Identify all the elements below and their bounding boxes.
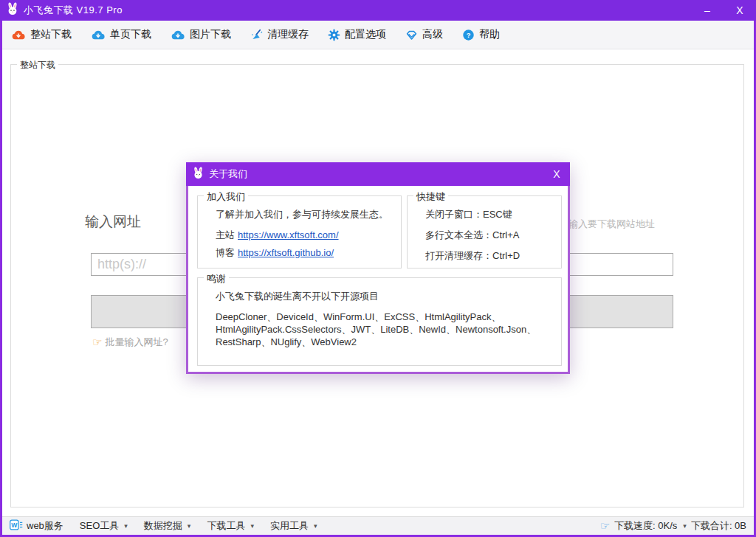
chevron-down-icon: ▾ [124,522,128,530]
toolbar-label: 高级 [422,28,443,41]
batch-url-link-label: 批量输入网址? [105,336,168,349]
minimize-button[interactable]: – [691,0,724,21]
question-icon: ? [462,29,475,41]
credits-title: 鸣谢 [204,272,229,285]
toolbar-item-image-download[interactable]: 图片下载 [171,28,231,41]
join-us-title: 加入我们 [204,190,248,204]
hotkey-item: 关闭子窗口：ESC键 [425,208,512,221]
statusbar-label: 下载工具 [207,519,245,533]
download-total: 下载合计: 0B [691,519,746,533]
download-speed: 下载速度: 0K/s [614,519,677,533]
blog-label: 博客 [216,247,235,258]
url-input-label: 输入网址 [85,212,141,232]
toolbar-item-help[interactable]: ? 帮助 [462,28,500,41]
chevron-down-icon: ▾ [314,522,317,530]
pointing-hand-icon: ☞ [600,519,610,533]
groupbox-label: 整站下载 [17,59,58,72]
rabbit-logo-icon [192,167,205,182]
statusbar-item-download-tools[interactable]: 下载工具 ▾ [207,519,254,533]
chevron-down-icon: ▾ [188,522,191,530]
svg-text:?: ? [467,31,471,38]
toolbar-label: 图片下载 [190,28,231,41]
pointing-hand-icon: ☞ [92,336,102,349]
cloud-download-icon [91,30,106,41]
url-input-hint: 输入要下载网站地址 [568,218,655,231]
hotkeys-groupbox: 快捷键 关闭子窗口：ESC键 多行文本全选：Ctrl+A 打开清理缓存：Ctrl… [407,195,562,268]
gem-icon [405,29,418,41]
credits-projects-list: DeepCloner、DeviceId、WinForm.UI、ExCSS、Htm… [216,311,548,348]
toolbar-label: 整站下载 [30,28,72,41]
hotkeys-title: 快捷键 [413,190,448,204]
main-site-label: 主站 [216,229,235,240]
join-us-groupbox: 加入我们 了解并加入我们，参与可持续发展生态。 主站https://www.xf… [197,195,402,268]
gear-icon [328,29,340,41]
main-site-link[interactable]: https://www.xftsoft.com/ [238,229,339,240]
statusbar-item-data-mining[interactable]: 数据挖掘 ▾ [144,519,191,533]
blog-row: 博客https://xftsoft.github.io/ [216,246,334,260]
toolbar-label: 单页下载 [110,28,151,41]
window-border-left [0,0,2,537]
statusbar-label: SEO工具 [80,519,119,533]
web-service-icon: W [10,519,23,533]
about-dialog-title: 关于我们 [209,167,247,181]
svg-text:W: W [11,522,18,529]
title-bar: 小飞兔下载 V19.7 Pro – X [0,0,756,21]
toolbar-item-advanced[interactable]: 高级 [405,28,443,41]
toolbar-item-single-page-download[interactable]: 单页下载 [91,28,151,41]
toolbar-item-whole-site-download[interactable]: 整站下载 [11,28,72,41]
credits-groupbox: 鸣谢 小飞兔下载的诞生离不开以下开源项目 DeepCloner、DeviceId… [197,277,562,366]
cloud-download-icon [11,30,26,41]
statusbar-item-web-service[interactable]: W web服务 [10,519,63,533]
hotkey-item: 多行文本全选：Ctrl+A [425,229,519,242]
rabbit-logo-icon [6,2,19,18]
cloud-download-icon [171,30,185,41]
chevron-down-icon: ▾ [250,522,254,530]
about-dialog: 关于我们 X 加入我们 了解并加入我们，参与可持续发展生态。 主站https:/… [186,162,570,374]
hotkey-item: 打开清理缓存：Ctrl+D [425,249,520,263]
about-dialog-close-button[interactable]: X [543,162,570,186]
toolbar-label: 帮助 [479,28,500,41]
credits-description: 小飞兔下载的诞生离不开以下开源项目 [216,290,379,303]
statusbar-download-stats: ☞ 下载速度: 0K/s ▾ 下载合计: 0B [600,519,746,533]
chevron-down-icon[interactable]: ▾ [683,522,687,530]
main-site-row: 主站https://www.xftsoft.com/ [216,229,339,242]
statusbar-item-utility-tools[interactable]: 实用工具 ▾ [270,519,317,533]
statusbar-item-seo-tools[interactable]: SEO工具 ▾ [80,519,128,533]
statusbar-label: 数据挖掘 [144,519,182,533]
status-bar: W web服务 SEO工具 ▾ 数据挖掘 ▾ 下载工具 ▾ 实用工具 ▾ ☞ 下… [2,516,754,535]
join-us-description: 了解并加入我们，参与可持续发展生态。 [216,208,388,221]
toolbar-item-clear-cache[interactable]: 清理缓存 [250,28,309,41]
about-dialog-titlebar: 关于我们 X [186,162,570,186]
toolbar-label: 配置选项 [345,28,386,41]
about-dialog-body: 加入我们 了解并加入我们，参与可持续发展生态。 主站https://www.xf… [188,186,568,372]
broom-icon [250,29,263,41]
toolbar-item-options[interactable]: 配置选项 [328,28,386,41]
statusbar-label: web服务 [27,519,63,533]
statusbar-label: 实用工具 [270,519,309,533]
window-title: 小飞兔下载 V19.7 Pro [24,4,123,17]
toolbar-label: 清理缓存 [267,28,309,41]
blog-link[interactable]: https://xftsoft.github.io/ [238,247,334,258]
close-button[interactable]: X [724,0,756,21]
main-toolbar: 整站下载 单页下载 图片下载 [2,21,754,49]
batch-url-link[interactable]: ☞ 批量输入网址? [92,336,168,349]
